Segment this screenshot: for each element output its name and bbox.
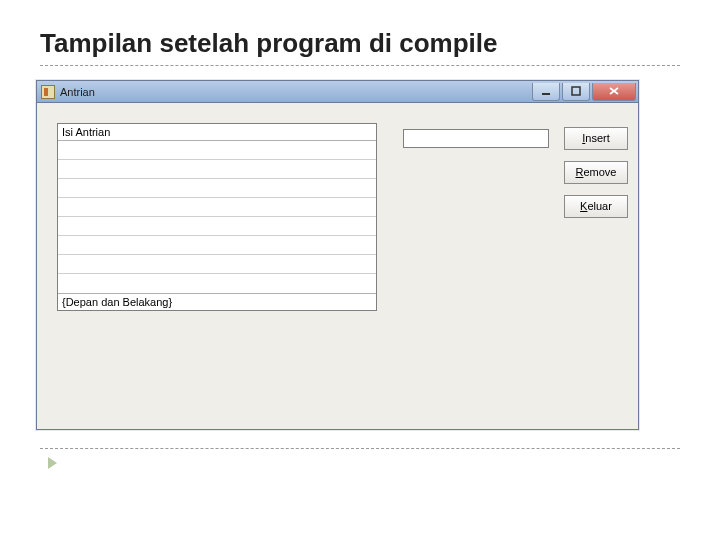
queue-grid-row[interactable] — [58, 179, 376, 198]
maximize-button[interactable] — [562, 83, 590, 101]
window-buttons — [530, 83, 636, 101]
queue-grid: Isi Antrian {Depan dan Belakang} — [57, 123, 377, 311]
slide-footer-line — [40, 448, 680, 469]
app-window: Antrian Isi Antrian — [36, 80, 639, 430]
keluar-button[interactable]: Keluar — [564, 195, 628, 218]
titlebar: Antrian — [37, 81, 638, 103]
remove-button[interactable]: Remove — [564, 161, 628, 184]
close-button[interactable] — [592, 83, 636, 101]
queue-grid-row[interactable] — [58, 274, 376, 293]
app-icon — [41, 85, 55, 99]
svg-rect-1 — [572, 87, 580, 95]
keluar-button-post: eluar — [587, 200, 611, 212]
queue-grid-row[interactable] — [58, 141, 376, 160]
minimize-icon — [541, 86, 551, 96]
queue-grid-header: Isi Antrian — [58, 124, 376, 141]
queue-grid-row[interactable] — [58, 198, 376, 217]
remove-button-post: emove — [583, 166, 616, 178]
client-area: Isi Antrian {Depan dan Belakang} Insert … — [37, 103, 638, 429]
close-icon — [608, 86, 620, 96]
bullet-icon — [48, 457, 57, 469]
minimize-button[interactable] — [532, 83, 560, 101]
window-title: Antrian — [60, 86, 530, 98]
queue-grid-row[interactable] — [58, 255, 376, 274]
value-input[interactable] — [403, 129, 549, 148]
slide-title: Tampilan setelah program di compile — [40, 28, 680, 66]
insert-button-post: nsert — [585, 132, 609, 144]
queue-grid-row[interactable] — [58, 217, 376, 236]
queue-grid-row[interactable] — [58, 160, 376, 179]
queue-grid-row[interactable] — [58, 236, 376, 255]
svg-rect-0 — [542, 93, 550, 95]
insert-button[interactable]: Insert — [564, 127, 628, 150]
queue-grid-footer: {Depan dan Belakang} — [58, 293, 376, 310]
maximize-icon — [571, 86, 581, 96]
